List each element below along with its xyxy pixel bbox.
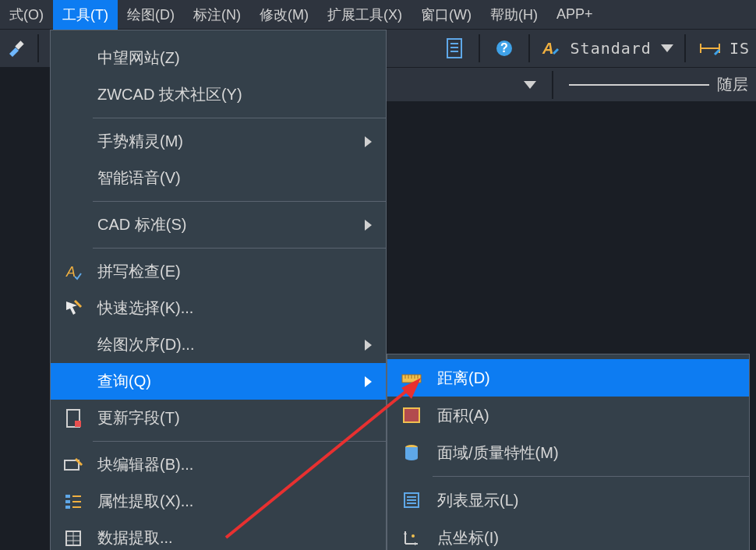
svg-rect-15 (65, 495, 70, 498)
submenu-separator (433, 476, 749, 477)
text-style-selector[interactable]: A Standard (541, 38, 673, 58)
menu-separator (93, 118, 386, 118)
dropdown-arrow-icon[interactable] (524, 81, 536, 89)
submenu-item-mass-props[interactable]: 面域/质量特性(M) (387, 434, 749, 471)
menu-app-plus[interactable]: APP+ (547, 0, 602, 29)
menu-item-zw-website[interactable]: 中望网站(Z) (51, 40, 386, 76)
mass-props-icon (400, 441, 423, 464)
submenu-item-list[interactable]: 列表显示(L) (387, 481, 749, 519)
svg-text:A: A (65, 264, 76, 280)
area-icon (400, 404, 423, 427)
linetype-selector[interactable]: 随层 (569, 74, 748, 95)
svg-point-42 (412, 534, 415, 538)
line-sample-icon (569, 84, 709, 86)
menu-help[interactable]: 帮助(H) (481, 0, 547, 30)
text-style-name: Standard (571, 39, 652, 58)
menu-item-quick-select[interactable]: 快速选择(K)... (51, 290, 386, 326)
quick-select-icon (62, 297, 85, 320)
menu-item-zwcad-community[interactable]: ZWCAD 技术社区(Y) (51, 76, 386, 113)
svg-rect-17 (65, 506, 70, 509)
tools-dropdown-menu: 中望网站(Z) ZWCAD 技术社区(Y) 手势精灵(M) 智能语音(V) CA… (50, 30, 387, 550)
dim-style-name: IS (730, 39, 750, 58)
query-submenu: 距离(D) 面积(A) 面域/质量特性(M) 列表显示(L) 点坐标(I) (387, 354, 750, 550)
toolbar-separator (528, 34, 530, 62)
svg-rect-31 (404, 408, 419, 422)
menu-item-attr-extract[interactable]: 属性提取(X)... (51, 483, 386, 520)
attr-extract-icon (62, 490, 85, 513)
svg-rect-14 (65, 460, 79, 470)
menu-separator (93, 201, 386, 202)
submenu-arrow-icon (365, 220, 372, 231)
menu-item-query[interactable]: 查询(Q) (51, 363, 386, 400)
spell-check-icon: A (62, 260, 85, 284)
text-style-icon: A (541, 38, 561, 58)
menu-separator (93, 248, 386, 249)
layer-toolbar: 随层 (387, 67, 756, 101)
menu-item-voice[interactable]: 智能语音(V) (51, 160, 386, 196)
document-icon[interactable] (441, 35, 468, 62)
dimension-style-icon[interactable] (697, 35, 723, 62)
svg-text:?: ? (500, 41, 508, 55)
toolbar-right: ? A Standard IS (435, 30, 756, 67)
help-icon[interactable]: ? (491, 35, 518, 62)
data-extract-icon (62, 527, 85, 550)
toolbar-separator (479, 34, 480, 62)
menu-item-cad-standard[interactable]: CAD 标准(S) (51, 206, 386, 243)
toolbar-separator (552, 71, 553, 99)
brush-icon[interactable] (3, 35, 30, 62)
submenu-arrow-icon (365, 136, 372, 147)
submenu-item-point-coord[interactable]: 点坐标(I) (387, 519, 749, 550)
toolbar-separator (684, 34, 686, 62)
distance-icon (400, 366, 423, 390)
menu-item-draw-order[interactable]: 绘图次序(D)... (51, 326, 386, 363)
submenu-arrow-icon (365, 340, 372, 351)
menu-window[interactable]: 窗口(W) (412, 0, 481, 30)
toolbar-separator (37, 34, 39, 62)
menu-item-gesture[interactable]: 手势精灵(M) (51, 123, 386, 160)
submenu-item-distance[interactable]: 距离(D) (387, 359, 749, 397)
menu-item-spell-check[interactable]: A 拼写检查(E) (51, 253, 386, 290)
block-editor-icon (62, 453, 85, 477)
menu-draw[interactable]: 绘图(D) (118, 0, 184, 30)
svg-point-35 (405, 456, 418, 460)
menu-separator (93, 441, 386, 442)
svg-rect-13 (75, 421, 81, 427)
dropdown-arrow-icon (661, 44, 673, 52)
svg-rect-16 (65, 500, 70, 503)
submenu-arrow-icon (365, 376, 372, 387)
menu-item-data-extract[interactable]: 数据提取... (51, 520, 386, 550)
point-coord-icon (400, 526, 423, 549)
linetype-label: 随层 (717, 74, 748, 95)
menu-modify[interactable]: 修改(M) (250, 0, 318, 30)
menu-extended-tools[interactable]: 扩展工具(X) (318, 0, 412, 30)
submenu-item-area[interactable]: 面积(A) (387, 397, 749, 434)
menu-bar: 式(O) 工具(T) 绘图(D) 标注(N) 修改(M) 扩展工具(X) 窗口(… (0, 0, 756, 30)
menu-dimension[interactable]: 标注(N) (184, 0, 250, 30)
menu-item-update-field[interactable]: 更新字段(T) (51, 400, 386, 436)
update-field-icon (62, 407, 85, 430)
menu-item-block-editor[interactable]: 块编辑器(B)... (51, 446, 386, 483)
list-icon (400, 488, 423, 512)
menu-tools[interactable]: 工具(T) (53, 0, 118, 30)
menu-format[interactable]: 式(O) (0, 0, 53, 30)
svg-text:A: A (542, 40, 553, 57)
svg-rect-0 (15, 41, 23, 49)
